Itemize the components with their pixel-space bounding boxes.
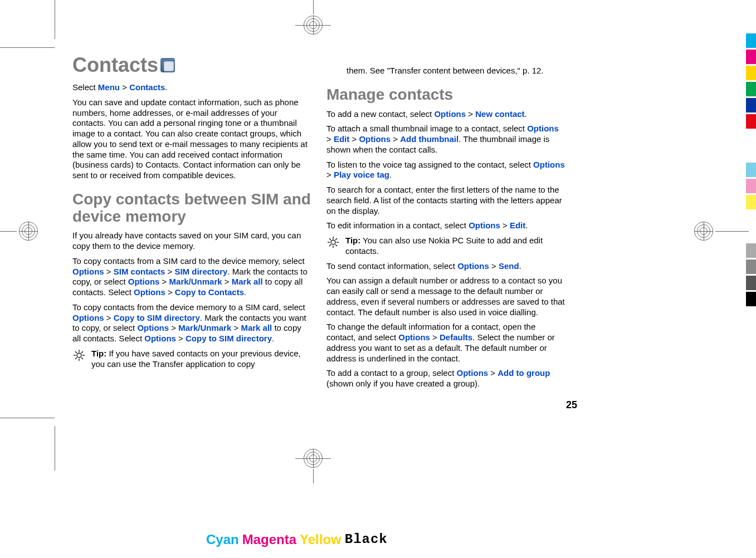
tip-text: Tip: If you have saved contacts on your … bbox=[91, 349, 311, 370]
copy-to-sim: To copy contacts from the device memory … bbox=[72, 302, 311, 344]
tip-icon bbox=[326, 236, 340, 249]
svg-point-9 bbox=[331, 240, 335, 244]
contacts-icon bbox=[160, 58, 175, 72]
cmyk-labels: Cyan Magenta Yellow Black bbox=[206, 532, 388, 547]
copy-from-sim: To copy contacts from a SIM card to the … bbox=[72, 256, 311, 298]
contacts-link: Contacts bbox=[129, 82, 165, 92]
send-contact: To send contact information, select Opti… bbox=[326, 261, 565, 272]
color-bar-swatch bbox=[746, 50, 756, 64]
menu-link: Menu bbox=[98, 82, 120, 92]
color-bars bbox=[746, 33, 756, 308]
page-content: Contacts Select Menu > Contacts. You can… bbox=[72, 53, 565, 410]
crop-mark bbox=[55, 426, 55, 471]
edit-contact: To edit information in a contact, select… bbox=[326, 221, 565, 231]
default-number-info: You can assign a default number or addre… bbox=[326, 276, 565, 317]
section-heading-copy: Copy contacts between SIM and device mem… bbox=[72, 191, 311, 226]
page-number: 25 bbox=[566, 399, 577, 411]
color-bar-swatch bbox=[746, 276, 756, 290]
crop-mark bbox=[0, 47, 55, 48]
tip-text: Tip: You can also use Nokia PC Suite to … bbox=[345, 236, 565, 257]
add-thumbnail: To attach a small thumbnail image to a c… bbox=[326, 124, 565, 155]
svg-line-7 bbox=[75, 358, 77, 359]
column-left: Contacts Select Menu > Contacts. You can… bbox=[72, 53, 311, 410]
crop-mark bbox=[55, 0, 55, 39]
continuation-text: them. See "Transfer content between devi… bbox=[347, 66, 565, 76]
svg-line-17 bbox=[335, 238, 337, 240]
svg-line-14 bbox=[329, 238, 331, 240]
tip-pc-suite: Tip: You can also use Nokia PC Suite to … bbox=[326, 236, 565, 257]
svg-line-6 bbox=[81, 358, 83, 359]
search-contact: To search for a contact, enter the first… bbox=[326, 185, 565, 216]
cyan-label: Cyan bbox=[206, 532, 239, 547]
title-text: Contacts bbox=[72, 53, 158, 77]
registration-mark-left bbox=[16, 217, 43, 245]
color-bar-swatch bbox=[746, 243, 756, 258]
svg-line-8 bbox=[81, 351, 83, 353]
color-bar-swatch bbox=[746, 66, 756, 80]
play-voice-tag: To listen to the voice tag assigned to t… bbox=[326, 160, 565, 181]
color-bar-swatch bbox=[746, 33, 756, 48]
svg-point-0 bbox=[77, 353, 81, 358]
color-bar-swatch bbox=[746, 260, 756, 274]
tip-icon bbox=[72, 349, 86, 362]
intro-select-line: Select Menu > Contacts. bbox=[72, 82, 311, 93]
registration-mark-top bbox=[285, 12, 341, 40]
color-bar-swatch bbox=[746, 98, 756, 112]
add-to-group: To add a contact to a group, select Opti… bbox=[326, 368, 565, 389]
registration-mark-bottom bbox=[285, 449, 341, 477]
svg-line-16 bbox=[329, 244, 331, 246]
copy-intro: If you already have contacts saved on yo… bbox=[72, 231, 311, 252]
color-bar-swatch bbox=[746, 82, 756, 96]
color-bar-swatch bbox=[746, 292, 756, 306]
yellow-label: Yellow bbox=[300, 532, 342, 547]
svg-line-15 bbox=[335, 244, 337, 246]
color-bar-swatch bbox=[746, 114, 756, 129]
registration-mark-right bbox=[691, 217, 719, 245]
color-bar-swatch bbox=[746, 163, 756, 177]
magenta-label: Magenta bbox=[242, 532, 296, 547]
change-default: To change the default information for a … bbox=[326, 322, 565, 364]
crop-mark bbox=[0, 418, 55, 418]
column-right: them. See "Transfer content between devi… bbox=[326, 53, 565, 410]
page-title: Contacts bbox=[72, 53, 311, 77]
section-heading-manage: Manage contacts bbox=[326, 86, 565, 104]
intro-paragraph: You can save and update contact informat… bbox=[72, 97, 311, 181]
black-label: Black bbox=[345, 532, 388, 547]
color-bar-swatch bbox=[746, 179, 756, 193]
tip-transfer: Tip: If you have saved contacts on your … bbox=[72, 349, 311, 370]
add-contact: To add a new contact, select Options > N… bbox=[326, 109, 565, 120]
svg-line-5 bbox=[75, 351, 77, 353]
color-bar-swatch bbox=[746, 195, 756, 209]
